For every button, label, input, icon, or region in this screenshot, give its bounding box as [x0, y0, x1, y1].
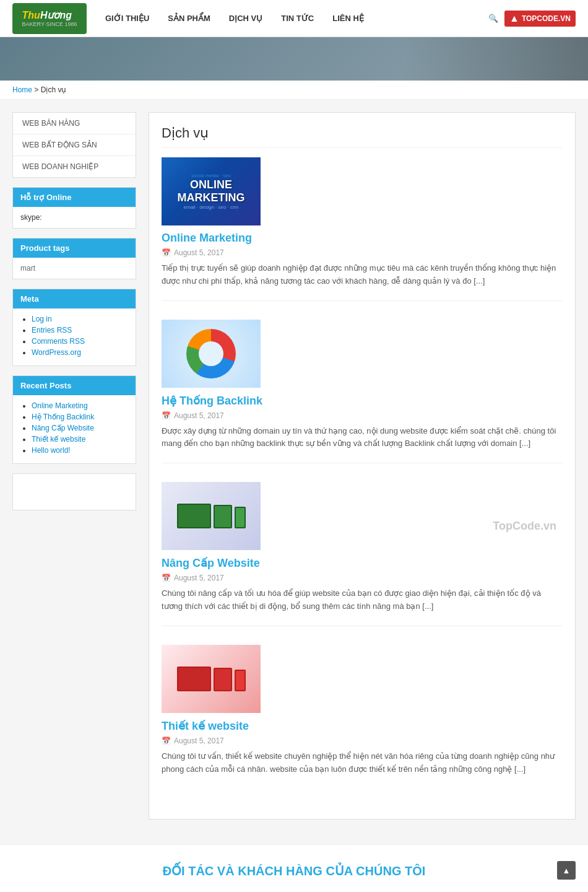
- post-item-0: social media · seo ONLINEMARKETING email…: [162, 157, 563, 301]
- breadcrumb: Home > Dịch vụ: [0, 81, 588, 100]
- sidebar-nav: WEB BÁN HÀNG WEB BẤT ĐỘNG SẢN WEB DOANH …: [12, 112, 136, 178]
- main-nav: GIỚI THIỆU SẢN PHẨM DỊCH VỤ TIN TỨC LIÊN…: [105, 14, 488, 23]
- monitor-icon: [177, 504, 211, 528]
- post-item-3: Thiết kế website 📅 August 5, 2017 Chúng …: [162, 645, 563, 789]
- widget-meta: Meta Log in Entries RSS Comments RSS Wor…: [12, 289, 136, 366]
- phone-icon: [235, 507, 246, 528]
- post-title-3[interactable]: Thiết kế website: [162, 719, 563, 733]
- nav-item-lienhe[interactable]: LIÊN HỆ: [332, 14, 364, 23]
- rd-monitor-icon: [177, 667, 211, 691]
- meta-entries-rss[interactable]: Entries RSS: [32, 326, 128, 334]
- post-meta-1: 📅 August 5, 2017: [162, 411, 563, 420]
- post-thumb-1: [162, 320, 261, 388]
- calendar-icon-1: 📅: [162, 411, 171, 420]
- widget-recent-posts: Recent Posts Online Marketing Hệ Thống B…: [12, 375, 136, 464]
- recent-post-0[interactable]: Online Marketing: [32, 401, 128, 410]
- widget-hotro-title: Hỗ trợ Online: [13, 188, 136, 207]
- post-excerpt-1: Được xây dựng từ những domain uy tín và …: [162, 425, 563, 451]
- header: ThuHương BAKERY·SINCE 1986 GIỚI THIỆU SẢ…: [0, 0, 588, 37]
- search-icon[interactable]: 🔍: [488, 14, 498, 23]
- post-item-2: TopCode.vn Nâng Cấp Website 📅 August 5, …: [162, 482, 563, 626]
- topcode-badge[interactable]: ▲ TOPCODE.VN: [504, 11, 576, 27]
- post-excerpt-3: Chúng tôi tư vấn, thiết kế website chuyê…: [162, 750, 563, 776]
- partners-title: ĐỐI TÁC VÀ KHÁCH HÀNG CỦA CHÚNG TÔI: [12, 864, 576, 878]
- post-item-1: Hệ Thống Backlink 📅 August 5, 2017 Được …: [162, 320, 563, 464]
- sidebar: WEB BÁN HÀNG WEB BẤT ĐỘNG SẢN WEB DOANH …: [12, 112, 136, 820]
- backlink-diagram: [186, 329, 236, 378]
- logo-sub: BAKERY·SINCE 1986: [22, 21, 77, 27]
- partners-section: ĐỐI TÁC VÀ KHÁCH HÀNG CỦA CHÚNG TÔI: [0, 844, 588, 892]
- devices-red: [177, 667, 246, 691]
- post-excerpt-0: Tiếp thị trực tuyến sẽ giúp doanh nghiệp…: [162, 262, 563, 288]
- post-title-1[interactable]: Hệ Thống Backlink: [162, 394, 563, 408]
- scroll-to-top-button[interactable]: ▲: [557, 861, 576, 880]
- skype-label: skype:: [20, 213, 42, 222]
- sidebar-nav-web-ban-hang[interactable]: WEB BÁN HÀNG: [13, 113, 136, 134]
- post-meta-0: 📅 August 5, 2017: [162, 248, 563, 257]
- post-thumb-2: [162, 482, 261, 550]
- widget-meta-content: Log in Entries RSS Comments RSS WordPres…: [13, 308, 136, 365]
- calendar-icon-2: 📅: [162, 574, 171, 582]
- nav-item-tintuc[interactable]: TIN TỨC: [281, 14, 314, 23]
- widget-hotro: Hỗ trợ Online skype:: [12, 187, 136, 229]
- calendar-icon-3: 📅: [162, 737, 171, 745]
- header-right: 🔍 ▲ TOPCODE.VN: [488, 11, 576, 27]
- tablet-icon: [214, 505, 232, 528]
- logo[interactable]: ThuHương BAKERY·SINCE 1986: [12, 3, 87, 34]
- sidebar-nav-web-bat-dong-san[interactable]: WEB BẤT ĐỘNG SẢN: [13, 134, 136, 156]
- breadcrumb-home[interactable]: Home: [12, 85, 32, 94]
- breadcrumb-separator: >: [34, 85, 38, 94]
- meta-login[interactable]: Log in: [32, 315, 128, 323]
- rd-phone-icon: [235, 670, 246, 691]
- post-title-0[interactable]: Online Marketing: [162, 232, 563, 245]
- logo-text: ThuHương: [22, 9, 77, 21]
- recent-post-3[interactable]: Thiết kế website: [32, 435, 128, 444]
- post-title-2[interactable]: Nâng Cấp Website: [162, 556, 563, 570]
- nav-item-sanpham[interactable]: SẢN PHẨM: [168, 14, 210, 23]
- widget-tags-title: Product tags: [13, 238, 136, 258]
- sidebar-search-box: [12, 473, 136, 510]
- widget-meta-title: Meta: [13, 289, 136, 308]
- devices-green: [177, 504, 246, 528]
- post-thumb-3: [162, 645, 261, 713]
- page-title: Dịch vụ: [162, 125, 563, 148]
- watermark-text: TopCode.vn: [493, 520, 556, 533]
- recent-post-4[interactable]: Hello world!: [32, 446, 128, 455]
- widget-tags: Product tags mart: [12, 238, 136, 279]
- calendar-icon-0: 📅: [162, 248, 171, 257]
- content-area: Dịch vụ social media · seo ONLINEMARKETI…: [149, 112, 576, 820]
- tag-mart[interactable]: mart: [20, 264, 35, 273]
- nav-item-gioithieu[interactable]: GIỚI THIỆU: [105, 14, 149, 23]
- post-meta-2: 📅 August 5, 2017: [162, 574, 563, 582]
- meta-wordpress[interactable]: WordPress.org: [32, 348, 128, 357]
- widget-recent-title: Recent Posts: [13, 376, 136, 395]
- rd-tablet-icon: [214, 668, 232, 691]
- post-thumb-0: social media · seo ONLINEMARKETING email…: [162, 157, 261, 225]
- recent-post-2[interactable]: Nâng Cấp Website: [32, 424, 128, 432]
- nav-item-dichvu[interactable]: DỊCH VỤ: [229, 14, 262, 23]
- widget-tags-content: mart: [13, 258, 136, 279]
- hero-banner: [0, 37, 588, 81]
- meta-comments-rss[interactable]: Comments RSS: [32, 337, 128, 346]
- post-excerpt-2: Chúng tôi nâng cấp và tối ưu hóa để giúp…: [162, 587, 563, 613]
- post-meta-3: 📅 August 5, 2017: [162, 737, 563, 745]
- sidebar-nav-web-doanh-nghiep[interactable]: WEB DOANH NGHIỆP: [13, 156, 136, 177]
- recent-post-1[interactable]: Hệ Thống Backlink: [32, 413, 128, 421]
- widget-recent-content: Online Marketing Hệ Thống Backlink Nâng …: [13, 395, 136, 463]
- main-container: WEB BÁN HÀNG WEB BẤT ĐỘNG SẢN WEB DOANH …: [0, 100, 588, 832]
- widget-hotro-content: skype:: [13, 207, 136, 228]
- breadcrumb-current: Dịch vụ: [41, 85, 67, 94]
